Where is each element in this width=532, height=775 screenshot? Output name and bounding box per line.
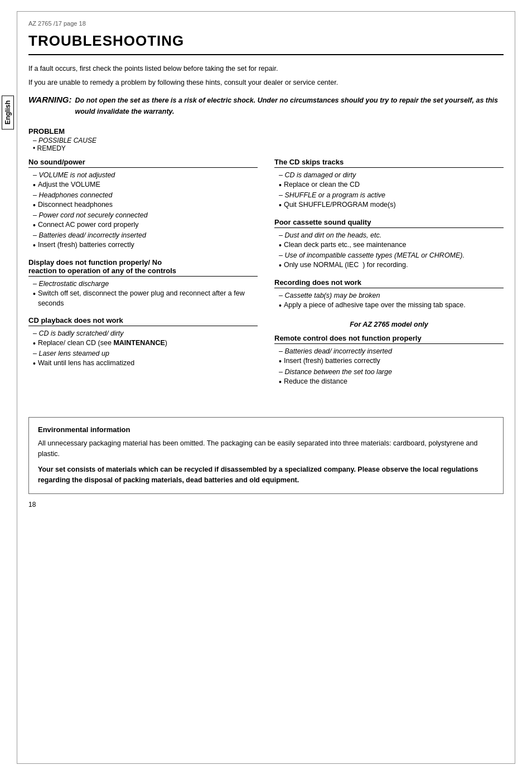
cause-dust-dirt-heads: Dust and dirt on the heads, etc. [279,231,504,239]
intro-line2: If you are unable to remedy a problem by… [28,78,504,88]
left-col-header: PROBLEM – POSSIBLE CAUSE • REMEDY [28,127,258,152]
env-title: Environmental information [38,425,494,434]
cause-cassette-tab-broken: Cassette tab(s) may be broken [279,292,504,299]
right-column: The CD skips tracks CD is damaged or dir… [274,158,504,395]
cause-shuffle-active: SHUFFLE or a program is active [279,191,504,199]
intro-line1: If a fault occurs, first check the point… [28,64,504,74]
problem-header: PROBLEM [28,127,258,135]
cause-batteries-dead: Batteries dead/ incorrectly inserted [33,231,258,239]
right-col-header-spacer [274,127,504,152]
cause-distance-too-large: Distance between the set too large [279,368,504,376]
remedy-switch-off-set: Switch off set, disconnect the power plu… [33,289,258,308]
cause-remote-batteries-dead: Batteries dead/ incorrectly inserted [279,347,504,355]
remedy-header: • REMEDY [33,144,258,152]
remedy-reduce-distance: Reduce the distance [279,377,504,387]
cause-power-cord: Power cord not securely connected [33,211,258,219]
column-headers: PROBLEM – POSSIBLE CAUSE • REMEDY [28,127,504,152]
section-title-remote: Remote control does not function properl… [274,334,504,344]
section-title-cd-skips: The CD skips tracks [274,158,504,168]
cause-incompatible-cassette: Use of incompatible cassette types (META… [279,251,504,259]
page-border: AZ 2765 /17 page 18 English TROUBLESHOOT… [17,11,515,764]
title-section: TROUBLESHOOTING [28,32,504,55]
section-title-cd-playback: CD playback does not work [28,316,258,326]
left-column: No sound/power VOLUME is not adjusted Ad… [28,158,258,395]
cause-cd-damaged: CD is damaged or dirty [279,171,504,179]
section-title-recording: Recording does not work [274,278,504,288]
page-header: AZ 2765 /17 page 18 [28,20,504,27]
sidebar-language-label: English [2,95,14,129]
section-display-no-function: Display does not function properly/ Nore… [28,258,258,308]
section-title-cassette: Poor cassette sound quality [274,218,504,228]
remedy-remote-batteries: Insert (fresh) batteries correctly [279,356,504,366]
remedy-replace-or-clean-cd: Replace or clean the CD [279,180,504,190]
section-cd-skips: The CD skips tracks CD is damaged or dir… [274,158,504,210]
env-text1: All unnecessary packaging material has b… [38,438,494,459]
remedy-insert-batteries: Insert (fresh) batteries correctly [33,240,258,250]
section-cd-playback: CD playback does not work CD is badly sc… [28,316,258,369]
cause-headphones-connected: Headphones connected [33,191,258,199]
cause-laser-lens: Laser lens steamed up [33,350,258,357]
remedy-quit-shuffle: Quit SHUFFLE/PROGRAM mode(s) [279,200,504,210]
section-no-sound-power: No sound/power VOLUME is not adjusted Ad… [28,158,258,251]
section-title-no-sound: No sound/power [28,158,258,168]
remedy-use-normal-iec: Only use NORMAL (IEC ) for recording. [279,260,504,270]
cause-volume-not-adjusted: VOLUME is not adjusted [33,171,258,179]
remedy-disconnect-headphones: Disconnect headphones [33,200,258,210]
page-number: 18 [28,501,504,508]
remedy-wait-lens: Wait until lens has acclimatized [33,359,258,369]
remedy-connect-power-cord: Connect AC power cord properly [33,220,258,230]
page-title: TROUBLESHOOTING [28,32,504,50]
warning-label: WARNING: [28,95,72,104]
environmental-info-box: Environmental information All unnecessar… [28,417,504,494]
cause-cd-scratched: CD is badly scratched/ dirty [33,330,258,337]
warning-block: WARNING: Do not open the set as there is… [28,95,504,117]
section-title-display: Display does not function properly/ Nore… [28,258,258,277]
main-columns: No sound/power VOLUME is not adjusted Ad… [28,158,504,395]
section-recording-no-work: Recording does not work Cassette tab(s) … [274,278,504,311]
cause-electrostatic: Electrostatic discharge [33,280,258,288]
cause-header: – POSSIBLE CAUSE [33,137,258,144]
remedy-adjust-volume: Adjust the VOLUME [33,180,258,190]
model-note: For AZ 2765 model only [274,321,504,328]
warning-text: Do not open the set as there is a risk o… [75,95,504,117]
remedy-clean-deck: Clean deck parts etc., see maintenance [279,240,504,250]
remedy-adhesive-tape: Apply a piece of adhesive tape over the … [279,301,504,311]
page-wrapper: AZ 2765 /17 page 18 English TROUBLESHOOT… [0,0,532,775]
section-remote-control: Remote control does not function properl… [274,334,504,386]
section-poor-cassette: Poor cassette sound quality Dust and dir… [274,218,504,270]
env-text2: Your set consists of materials which can… [38,464,494,486]
remedy-replace-clean-cd: Replace/ clean CD (see MAINTENANCE) [33,338,258,348]
